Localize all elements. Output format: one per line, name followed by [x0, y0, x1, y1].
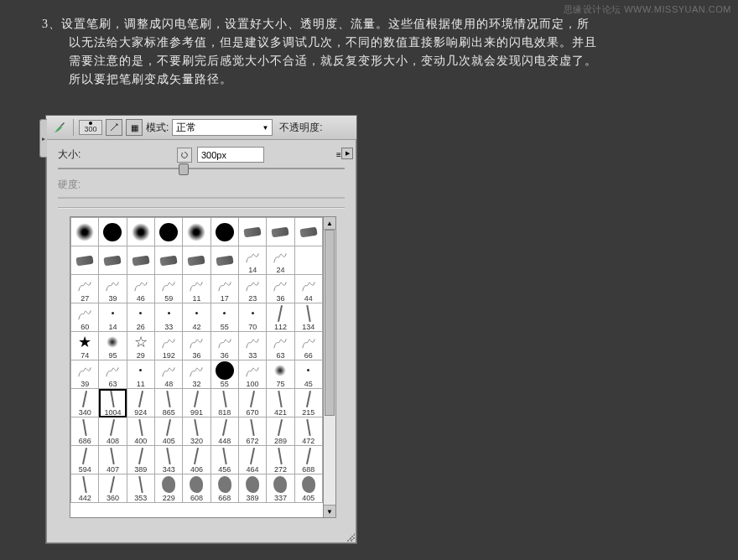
brush-preset-cell[interactable]: 672 — [238, 417, 266, 446]
brush-preset-cell[interactable]: 340 — [71, 389, 99, 417]
brush-preset-cell[interactable]: 670 — [238, 389, 266, 417]
brush-preset-cell[interactable]: 406 — [183, 446, 210, 474]
brush-preset-cell[interactable]: 70 — [238, 303, 266, 332]
brush-preset-cell[interactable]: 608 — [183, 474, 210, 503]
brush-preset-cell[interactable]: 668 — [210, 474, 238, 503]
panel-flyout-arrow[interactable]: ▶ — [341, 148, 353, 159]
brush-preset-cell[interactable] — [99, 218, 127, 246]
brush-preset-cell[interactable]: 686 — [71, 417, 99, 446]
brush-preset-cell[interactable]: ★74 — [71, 332, 99, 360]
scrollbar[interactable]: ▲ ▼ — [324, 216, 336, 518]
brush-preset-cell[interactable]: 36 — [210, 332, 238, 360]
brush-preset-cell[interactable]: 39 — [99, 275, 127, 303]
brush-preset-cell[interactable]: 421 — [267, 389, 294, 417]
brush-preset-cell[interactable] — [127, 246, 154, 275]
brush-preset-cell[interactable]: ☆29 — [127, 332, 154, 360]
brush-preset-cell[interactable]: 75 — [267, 360, 294, 389]
brush-preset-cell[interactable]: 59 — [154, 275, 182, 303]
brush-preset-cell[interactable]: 27 — [71, 275, 99, 303]
brush-preset-cell[interactable]: 95 — [99, 332, 127, 360]
brush-preset-cell[interactable]: 33 — [154, 303, 182, 332]
brush-preset-cell[interactable]: 134 — [294, 303, 322, 332]
brush-preset-cell[interactable]: 100 — [238, 360, 266, 389]
brush-preset-cell[interactable]: 442 — [71, 474, 99, 503]
brush-preset-cell[interactable]: 343 — [154, 446, 182, 474]
brush-preset-cell[interactable]: 215 — [294, 389, 322, 417]
brush-preset-cell[interactable] — [294, 218, 322, 246]
brush-preset-cell[interactable]: 389 — [238, 474, 266, 503]
brush-preset-cell[interactable] — [238, 218, 266, 246]
brush-preset-cell[interactable]: 42 — [183, 303, 210, 332]
panel-tab-handle[interactable]: ▸ — [39, 119, 47, 158]
scroll-down-button[interactable]: ▼ — [324, 505, 335, 517]
brush-preset-cell[interactable]: 289 — [267, 417, 294, 446]
brush-preset-cell[interactable]: 360 — [99, 474, 127, 503]
brush-preset-cell[interactable] — [154, 246, 182, 275]
brush-preset-cell[interactable]: 55 — [210, 303, 238, 332]
brush-preset-cell[interactable]: 26 — [127, 303, 154, 332]
brush-preset-cell[interactable] — [267, 218, 294, 246]
scrollbar-track[interactable] — [324, 230, 335, 505]
brush-preset-cell[interactable]: 400 — [127, 417, 154, 446]
brush-preset-cell[interactable]: 818 — [210, 389, 238, 417]
tablet-pressure-toggle[interactable] — [106, 119, 122, 136]
brush-preset-cell[interactable] — [99, 246, 127, 275]
brush-preset-picker[interactable]: 300 — [79, 120, 102, 135]
brush-preset-cell[interactable]: 1004 — [99, 389, 127, 417]
brush-preset-cell[interactable]: 407 — [99, 446, 127, 474]
size-slider[interactable] — [58, 168, 345, 169]
brush-preset-cell[interactable]: 36 — [267, 275, 294, 303]
airbrush-toggle[interactable]: ▦ — [126, 119, 143, 136]
brush-preset-cell[interactable]: 63 — [99, 360, 127, 389]
brush-preset-cell[interactable]: 48 — [154, 360, 182, 389]
brush-preset-cell[interactable]: 229 — [154, 474, 182, 503]
brush-preset-cell[interactable]: 320 — [183, 417, 210, 446]
brush-tool-icon[interactable] — [49, 118, 68, 137]
brush-preset-cell[interactable]: 44 — [294, 275, 322, 303]
brush-preset-cell[interactable] — [183, 218, 210, 246]
brush-preset-cell[interactable]: 464 — [238, 446, 266, 474]
brush-preset-cell[interactable]: 472 — [294, 417, 322, 446]
brush-preset-cell[interactable]: 66 — [294, 332, 322, 360]
brush-preset-cell[interactable]: 405 — [294, 474, 322, 503]
reset-size-button[interactable] — [177, 148, 192, 163]
size-slider-thumb[interactable] — [179, 163, 189, 175]
brush-preset-cell[interactable]: 39 — [71, 360, 99, 389]
brush-preset-cell[interactable]: 46 — [127, 275, 154, 303]
brush-preset-cell[interactable]: 36 — [183, 332, 210, 360]
brush-preset-cell[interactable]: 991 — [183, 389, 210, 417]
brush-size-input[interactable]: 300px — [197, 147, 264, 163]
brush-preset-cell[interactable]: 408 — [99, 417, 127, 446]
brush-preset-cell[interactable] — [294, 246, 322, 275]
brush-preset-cell[interactable]: 23 — [238, 275, 266, 303]
brush-preset-cell[interactable]: 24 — [267, 246, 294, 275]
brush-preset-cell[interactable]: 11 — [127, 360, 154, 389]
brush-preset-cell[interactable]: 11 — [183, 275, 210, 303]
brush-preset-cell[interactable]: 448 — [210, 417, 238, 446]
scrollbar-thumb[interactable] — [325, 230, 335, 416]
brush-preset-cell[interactable]: 14 — [238, 246, 266, 275]
brush-preset-cell[interactable]: 688 — [294, 446, 322, 474]
brush-preset-cell[interactable] — [210, 246, 238, 275]
brush-preset-cell[interactable]: 456 — [210, 446, 238, 474]
brush-preset-cell[interactable]: 55 — [210, 360, 238, 389]
brush-preset-cell[interactable]: 60 — [71, 303, 99, 332]
brush-preset-cell[interactable]: 17 — [210, 275, 238, 303]
brush-preset-cell[interactable]: 112 — [267, 303, 294, 332]
brush-preset-cell[interactable]: 33 — [238, 332, 266, 360]
brush-preset-cell[interactable]: 924 — [127, 389, 154, 417]
brush-preset-cell[interactable]: 32 — [183, 360, 210, 389]
brush-preset-cell[interactable]: 865 — [154, 389, 182, 417]
brush-preset-cell[interactable] — [183, 246, 210, 275]
brush-preset-cell[interactable]: 353 — [127, 474, 154, 503]
hardness-slider[interactable] — [58, 197, 345, 199]
brush-preset-cell[interactable] — [127, 218, 154, 246]
brush-preset-cell[interactable]: 272 — [267, 446, 294, 474]
brush-preset-cell[interactable]: 14 — [99, 303, 127, 332]
blend-mode-select[interactable]: 正常 ▼ — [172, 119, 273, 136]
resize-grip-icon[interactable] — [346, 533, 355, 542]
brush-preset-cell[interactable] — [210, 218, 238, 246]
brush-preset-cell[interactable]: 63 — [267, 332, 294, 360]
brush-preset-cell[interactable]: 389 — [127, 446, 154, 474]
brush-preset-cell[interactable]: 594 — [71, 446, 99, 474]
